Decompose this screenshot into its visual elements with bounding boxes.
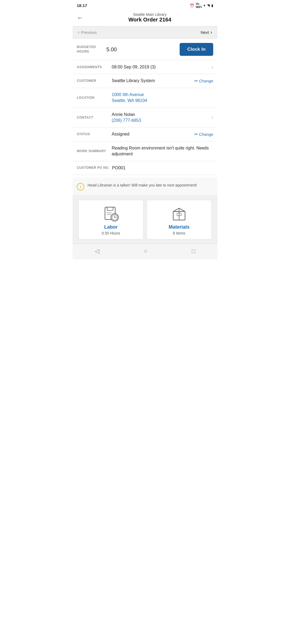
budgeted-hours-label: BUDGETED HOURS (77, 45, 104, 54)
customer-label: CUSTOMER (77, 79, 109, 83)
customer-po-row: CUSTOMER PO NO. PO001 (73, 161, 218, 175)
labor-icon (103, 206, 119, 222)
location-row[interactable]: LOCATION 1000 4th Avenue Seattle, WA 981… (73, 88, 218, 108)
work-summary-label: WORK SUMMARY (77, 149, 109, 153)
status-change-button[interactable]: ✏ Change (194, 132, 213, 137)
location-value: 1000 4th Avenue Seattle, WA 98104 (112, 92, 213, 104)
customer-change-label: Change (199, 79, 213, 83)
budgeted-hours-value: 5.00 (106, 46, 177, 53)
assignments-value: 08:00 Sep 09, 2019 (3) (112, 64, 208, 70)
customer-row: CUSTOMER Seattle Library System ✏ Change (73, 74, 218, 88)
next-button[interactable]: Next › (201, 30, 212, 35)
status-icons: ⏰ VoWiFi ▾ ◥ ▮ (190, 2, 213, 9)
previous-button[interactable]: ‹ Previous (78, 30, 97, 35)
customer-value: Seattle Library System (112, 78, 192, 84)
contact-phone: (206) 777-6853 (112, 118, 208, 123)
info-banner: i Head Librarian is a talker! Will make … (73, 178, 218, 196)
location-label: LOCATION (77, 96, 109, 100)
bottom-navigation: ◁ ○ □ (73, 244, 218, 259)
pencil-icon: ✏ (194, 132, 198, 137)
materials-icon (171, 206, 187, 222)
materials-label: Materials (169, 224, 190, 230)
work-summary-row: WORK SUMMARY Reading Room environment is… (73, 141, 218, 161)
alarm-icon: ⏰ (190, 3, 194, 8)
customer-po-label: CUSTOMER PO NO. (77, 166, 109, 170)
status-label: STATUS (77, 132, 109, 137)
svg-rect-1 (107, 207, 113, 210)
home-nav-button[interactable]: ○ (144, 248, 147, 255)
budgeted-hours-row: BUDGETED HOURS 5.00 Clock In (73, 39, 218, 60)
next-label: Next (201, 30, 209, 35)
status-time: 18:17 (77, 3, 87, 8)
svg-rect-7 (107, 214, 111, 215)
wifi-icon: ▾ (204, 3, 205, 8)
clock-in-button[interactable]: Clock In (180, 43, 213, 56)
location-line2: Seattle, WA 98104 (112, 98, 147, 103)
work-summary-value: Reading Room environment isn't quite rig… (112, 145, 213, 157)
status-change-label: Change (199, 132, 213, 137)
materials-card[interactable]: Materials 6 Items (147, 200, 212, 239)
navigation-bar: ‹ Previous Next › (73, 26, 218, 39)
header-title: Work Order 2164 (86, 17, 213, 23)
customer-change-button[interactable]: ✏ Change (194, 78, 213, 83)
pencil-icon: ✏ (194, 78, 198, 83)
labor-sub: 0.50 Hours (102, 231, 120, 235)
info-text: Head Librarian is a talker! Will make yo… (88, 182, 197, 188)
labor-label: Labor (104, 224, 118, 230)
contact-value: Annie Nolan (206) 777-6853 (112, 112, 208, 124)
previous-label: Previous (81, 30, 97, 35)
content-rows: BUDGETED HOURS 5.00 Clock In ASSIGNMENTS… (73, 39, 218, 175)
back-nav-button[interactable]: ◁ (95, 248, 99, 255)
location-line1: 1000 4th Avenue (112, 92, 144, 97)
assignments-label: ASSIGNMENTS (77, 65, 109, 69)
signal-icon: ◥ (207, 3, 210, 8)
status-bar: 18:17 ⏰ VoWiFi ▾ ◥ ▮ (73, 0, 218, 10)
chevron-left-icon: ‹ (78, 30, 79, 35)
header: ← Seattle Main Library Work Order 2164 (73, 10, 218, 26)
materials-sub: 6 Items (173, 231, 185, 235)
contact-label: CONTACT (77, 115, 109, 120)
chevron-right-icon: › (212, 64, 213, 70)
status-value: Assigned (112, 131, 192, 137)
customer-po-value: PO001 (112, 165, 213, 171)
status-row: STATUS Assigned ✏ Change (73, 127, 218, 141)
info-icon: i (77, 183, 84, 191)
chevron-right-icon: › (211, 30, 212, 35)
action-cards: Labor 0.50 Hours Materials 6 Items (73, 196, 218, 244)
vowifi-icon: VoWiFi (196, 2, 202, 9)
svg-rect-6 (107, 213, 112, 213)
recent-nav-button[interactable]: □ (192, 248, 195, 255)
contact-name: Annie Nolan (112, 112, 135, 117)
header-titles: Seattle Main Library Work Order 2164 (86, 12, 213, 23)
assignments-row[interactable]: ASSIGNMENTS 08:00 Sep 09, 2019 (3) › (73, 60, 218, 74)
contact-row[interactable]: CONTACT Annie Nolan (206) 777-6853 › (73, 108, 218, 128)
battery-icon: ▮ (211, 3, 213, 8)
header-subtitle: Seattle Main Library (86, 12, 213, 17)
chevron-right-icon: › (212, 115, 213, 120)
back-button[interactable]: ← (77, 14, 83, 21)
labor-card[interactable]: Labor 0.50 Hours (78, 200, 143, 239)
